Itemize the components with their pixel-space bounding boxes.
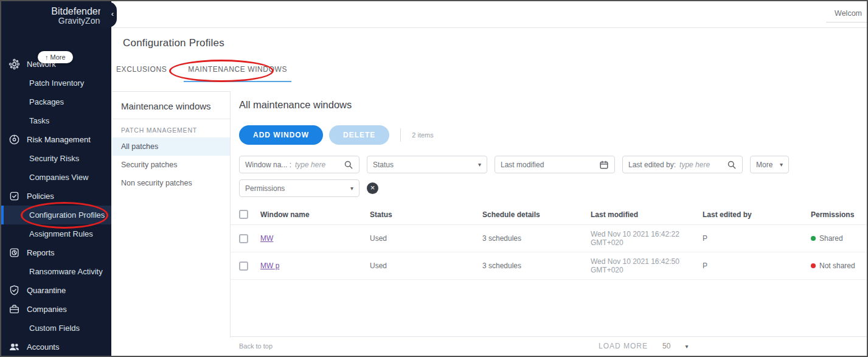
status-filter-dropdown[interactable]: Status ▾ bbox=[367, 156, 487, 173]
sidebar-item-assignment-rules[interactable]: Assignment Rules bbox=[1, 224, 111, 243]
sidebar-item-label: Quarantine bbox=[27, 281, 66, 300]
table-row: MW p Used 3 schedules Wed Nov 10 2021 16… bbox=[231, 252, 867, 280]
risk-management-icon bbox=[9, 134, 20, 145]
companies-icon bbox=[9, 303, 20, 315]
last-edited-by-filter[interactable]: Last edited by: bbox=[622, 156, 743, 173]
section-title: All maintenance windows bbox=[239, 99, 867, 111]
page-size-value[interactable]: 50 bbox=[662, 342, 670, 350]
sidebar-item-label: Ransomware Activity bbox=[29, 262, 103, 281]
more-filters-dropdown[interactable]: More ▾ bbox=[750, 156, 789, 173]
sidebar-item-packages[interactable]: Packages bbox=[1, 92, 111, 111]
sidebar-item-configuration-profiles[interactable]: Configuration Profiles bbox=[1, 206, 111, 224]
last-modified-cell: Wed Nov 10 2021 16:42:22 GMT+020 bbox=[591, 230, 703, 247]
sidebar-item-ransomware-activity[interactable]: Ransomware Activity bbox=[1, 262, 111, 281]
row-checkbox[interactable] bbox=[239, 262, 248, 271]
not-shared-status-dot bbox=[811, 263, 816, 268]
filter-label: Status bbox=[373, 161, 394, 169]
filter-label: Permissions bbox=[245, 184, 285, 193]
sidebar-item-policies[interactable]: Policies bbox=[1, 187, 111, 206]
tab-exclusions[interactable]: EXCLUSIONS bbox=[116, 65, 167, 82]
sidebar-item-companies-view[interactable]: Companies View bbox=[1, 168, 111, 187]
tab-maintenance-windows[interactable]: MAINTENANCE WINDOWS bbox=[184, 65, 291, 82]
add-window-button[interactable]: ADD WINDOW bbox=[239, 125, 323, 145]
sidebar-item-label: Packages bbox=[29, 92, 64, 111]
search-icon bbox=[344, 160, 353, 170]
search-icon bbox=[727, 160, 737, 170]
load-more-button[interactable]: LOAD MORE bbox=[599, 342, 648, 350]
permissions-cell: Shared bbox=[811, 234, 867, 243]
window-name-link[interactable]: MW bbox=[260, 234, 273, 243]
policies-icon bbox=[9, 190, 20, 202]
chevron-down-icon: ▾ bbox=[780, 161, 783, 168]
window-name-filter[interactable]: Window na... : bbox=[239, 156, 359, 173]
schedule-cell: 3 schedules bbox=[482, 234, 591, 243]
page-title: Configuration Profiles bbox=[123, 37, 224, 49]
sidebar-item-risk-management[interactable]: Risk Management bbox=[1, 130, 111, 149]
window-name-link[interactable]: MW p bbox=[260, 262, 279, 270]
status-cell: Used bbox=[370, 262, 482, 270]
sidebar-item-custom-fields[interactable]: Custom Fields bbox=[1, 319, 111, 338]
filter-label: Last edited by: bbox=[628, 161, 676, 169]
user-menu[interactable]: Welcom bbox=[826, 9, 868, 23]
column-header: Schedule details bbox=[482, 210, 591, 219]
last-edited-by-input[interactable] bbox=[679, 161, 723, 169]
reports-icon bbox=[9, 247, 20, 258]
window-name-input[interactable] bbox=[295, 161, 340, 169]
brand-logo: Bitdefender® GravityZone bbox=[6, 6, 105, 26]
panel-section-label: PATCH MANAGEMENT bbox=[112, 119, 230, 137]
table-header-row: Window name Status Schedule details Last… bbox=[231, 204, 867, 225]
panel-item-all-patches[interactable]: All patches bbox=[112, 137, 230, 156]
panel-title: Maintenance windows bbox=[112, 92, 230, 119]
panel-item-security-patches[interactable]: Security patches bbox=[112, 156, 230, 174]
action-bar: ADD WINDOW DELETE 2 items bbox=[239, 125, 867, 145]
chevron-down-icon: ▾ bbox=[478, 161, 481, 168]
sidebar-item-reports[interactable]: Reports bbox=[1, 243, 111, 262]
sidebar-item-companies[interactable]: Companies bbox=[1, 300, 111, 319]
panel-item-non-security-patches[interactable]: Non security patches bbox=[112, 174, 230, 192]
permission-label: Not shared bbox=[819, 262, 855, 270]
shared-status-dot bbox=[811, 236, 816, 241]
select-all-checkbox[interactable] bbox=[239, 210, 248, 219]
sidebar-item-label: Companies View bbox=[29, 168, 88, 187]
filter-label: More bbox=[756, 161, 773, 169]
filter-label: Last modified bbox=[501, 161, 544, 169]
items-count: 2 items bbox=[412, 131, 433, 139]
sidebar-nav: Network Patch Inventory Packages Tasks R… bbox=[1, 55, 111, 356]
column-header: Last edited by bbox=[703, 210, 811, 219]
sidebar-item-patch-inventory[interactable]: Patch Inventory bbox=[1, 74, 111, 92]
sidebar-item-label: Companies bbox=[27, 300, 67, 319]
quarantine-icon bbox=[9, 285, 20, 296]
sidebar-item-quarantine[interactable]: Quarantine bbox=[1, 281, 111, 300]
permissions-filter-dropdown[interactable]: Permissions ▾ bbox=[239, 179, 359, 197]
column-header: Last modified bbox=[591, 210, 703, 219]
table-footer: Back to top LOAD MORE 50 ▾ bbox=[231, 336, 867, 355]
more-tooltip-button[interactable]: ↑ More bbox=[38, 51, 73, 63]
sidebar-item-tasks[interactable]: Tasks bbox=[1, 111, 111, 130]
sidebar-item-label: Tasks bbox=[29, 111, 49, 130]
pagination: LOAD MORE 50 ▾ bbox=[599, 342, 688, 350]
permissions-cell: Not shared bbox=[811, 262, 867, 270]
clear-filters-button[interactable]: × bbox=[367, 182, 378, 194]
sidebar-item-label: Patch Inventory bbox=[29, 74, 84, 92]
back-to-top-link[interactable]: Back to top bbox=[239, 342, 273, 350]
sidebar-item-label: Accounts bbox=[27, 338, 59, 356]
network-icon bbox=[9, 58, 20, 70]
last-modified-filter[interactable]: Last modified bbox=[495, 156, 615, 173]
row-checkbox[interactable] bbox=[239, 234, 248, 243]
accounts-icon bbox=[9, 341, 20, 353]
sidebar-item-security-risks[interactable]: Security Risks bbox=[1, 149, 111, 168]
brand-product: GravityZone bbox=[6, 16, 105, 26]
sidebar-item-label: Risk Management bbox=[27, 130, 91, 149]
sidebar-item-label: Assignment Rules bbox=[29, 224, 93, 243]
filter-row-2: Permissions ▾ × bbox=[239, 179, 867, 197]
sidebar-item-accounts[interactable]: Accounts bbox=[1, 338, 111, 356]
delete-button[interactable]: DELETE bbox=[329, 125, 389, 145]
topbar: Welcom bbox=[111, 1, 867, 28]
sidebar-collapse-button[interactable]: ‹ bbox=[100, 2, 117, 27]
column-header: Status bbox=[370, 210, 482, 219]
maintenance-windows-panel: Maintenance windows PATCH MANAGEMENT All… bbox=[112, 91, 231, 338]
chevron-down-icon[interactable]: ▾ bbox=[685, 343, 688, 350]
calendar-icon bbox=[599, 160, 609, 170]
chevron-down-icon: ▾ bbox=[350, 185, 353, 192]
status-cell: Used bbox=[370, 234, 482, 243]
